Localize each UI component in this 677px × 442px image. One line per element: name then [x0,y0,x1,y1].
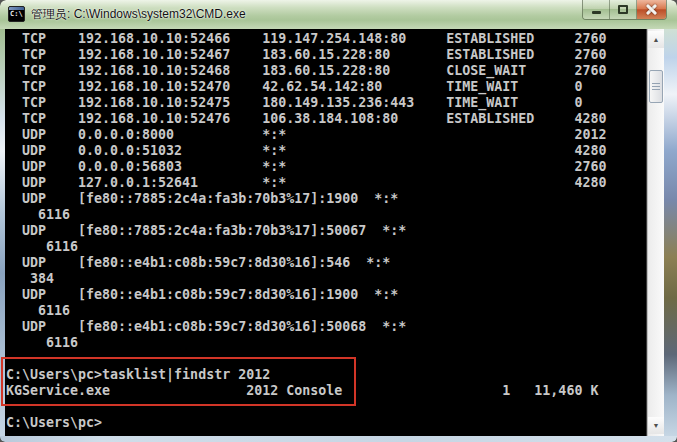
minimize-button[interactable] [583,0,610,19]
scrollbar-thumb[interactable] [649,70,663,103]
minimize-icon [592,11,601,14]
window-border-right [664,29,677,436]
cmd-icon[interactable]: C:\ [8,6,25,22]
cmd-window: C:\ 管理员: C:\Windows\system32\CMD.exe TCP… [0,0,677,442]
scroll-down-icon: ▼ [653,422,660,429]
scroll-up-button[interactable]: ▲ [648,31,664,48]
window-border-bottom [0,436,677,442]
scroll-up-icon: ▲ [653,36,660,43]
cmd-icon-text: C:\ [9,10,24,18]
scroll-down-button[interactable]: ▼ [648,417,664,434]
maximize-button[interactable] [610,0,637,19]
close-icon [646,4,657,15]
scrollbar-grip-icon [652,86,660,87]
console-viewport[interactable]: TCP 192.168.10.10:52466 119.147.254.148:… [5,29,647,436]
maximize-icon [618,5,628,14]
console-output: TCP 192.168.10.10:52466 119.147.254.148:… [5,29,646,431]
title-bar[interactable]: C:\ 管理员: C:\Windows\system32\CMD.exe [0,0,677,29]
close-button[interactable] [637,0,666,19]
window-title: 管理员: C:\Windows\system32\CMD.exe [31,6,246,23]
vertical-scrollbar[interactable]: ▲ ▼ [647,29,664,436]
window-controls [582,0,667,20]
